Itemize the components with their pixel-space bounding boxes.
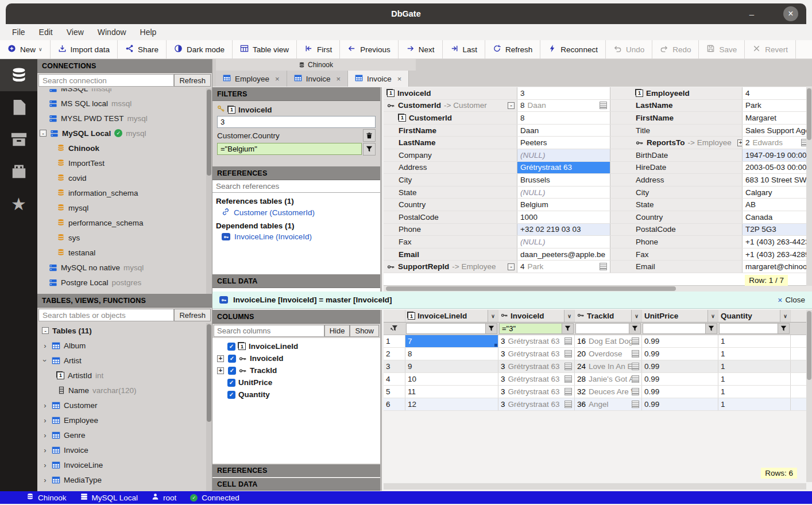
checkbox-checked-icon[interactable]: ✓ — [228, 355, 236, 363]
form-row[interactable]: 1 InvoiceId 3 — [384, 87, 610, 100]
chevron-icon[interactable]: › — [41, 358, 49, 364]
trackid-cell[interactable]: 24Love In An Elevator — [575, 360, 642, 372]
form-row[interactable]: 1 LastName Peeters — [384, 137, 610, 149]
table-item[interactable]: › 1 Album — [37, 338, 206, 353]
detail-icon[interactable] — [632, 350, 639, 358]
connection-item[interactable]: Postgre Local ✓ postgres — [37, 275, 206, 290]
expander-icon[interactable]: + — [217, 355, 224, 362]
detail-icon[interactable] — [600, 102, 607, 109]
form-row[interactable]: 1 Address Grétrystraat 63 — [384, 162, 610, 174]
detail-icon[interactable] — [632, 388, 639, 395]
table-item[interactable]: › 1 InvoiceLine — [37, 457, 206, 472]
field-label-cell[interactable]: 1 Fax — [610, 248, 743, 261]
trackid-cell[interactable]: 32Deuces Are Wild — [575, 386, 642, 398]
field-value-cell[interactable]: 1000 — [517, 211, 610, 223]
table-item[interactable]: › 1 Employee — [37, 413, 206, 428]
connection-item[interactable]: ImportTest ✓ — [37, 156, 206, 170]
chevron-icon[interactable]: › — [42, 416, 48, 425]
hide-columns-button[interactable]: Hide — [324, 325, 350, 337]
field-value-cell[interactable]: Park — [743, 100, 812, 112]
table-item[interactable]: › 1 Genre — [37, 428, 206, 442]
cell-data-header[interactable]: CELL DATA — [212, 274, 380, 288]
field-value-cell[interactable]: +1 (403) 263-4423 — [743, 236, 812, 248]
connections-refresh-button[interactable]: Refresh — [174, 74, 211, 87]
form-row[interactable]: 1 State AB — [610, 199, 812, 211]
detail-icon[interactable] — [632, 401, 639, 408]
form-row[interactable]: 1 Country Canada — [610, 211, 812, 224]
funnel-icon[interactable] — [778, 323, 790, 334]
invoiceid-cell[interactable]: 3Grétrystraat 63 — [498, 335, 575, 347]
invoicelineid-cell[interactable]: 8 — [405, 348, 498, 360]
expander-icon[interactable]: + — [217, 367, 224, 374]
field-label-cell[interactable]: 1 Company — [384, 149, 517, 161]
column-checkbox-item[interactable]: ✓ 1 InvoiceLineId — [215, 340, 378, 352]
trackid-cell[interactable]: 20Overdose — [575, 348, 642, 360]
field-label-cell[interactable]: 1 PostalCode — [384, 211, 517, 223]
form-row[interactable]: 1 Fax +1 (403) 263-4289 — [610, 248, 812, 261]
field-value-cell[interactable]: Belgium — [517, 199, 610, 211]
form-row[interactable]: 1 Fax (NULL) — [384, 236, 610, 248]
table-tab[interactable]: Invoice × — [348, 71, 409, 87]
row-number-cell[interactable]: 5 — [384, 386, 405, 398]
funnel-icon[interactable] — [486, 323, 497, 334]
column-header-invoicelineid[interactable]: 1 InvoiceLineId ∨ — [405, 310, 498, 322]
form-row[interactable]: 1 EmployeeId 4 — [610, 87, 812, 100]
detail-icon[interactable] — [564, 401, 572, 408]
database-group-tab[interactable]: Chinook — [216, 59, 416, 71]
checkbox-checked-icon[interactable]: ✓ — [228, 367, 236, 375]
filter-funnel-icon[interactable] — [363, 143, 376, 156]
row-number-cell[interactable]: 1 — [384, 335, 405, 347]
revert-button[interactable]: Revert — [745, 40, 796, 59]
references-header[interactable]: REFERENCES — [212, 166, 380, 180]
status-database[interactable]: Chinook — [26, 493, 67, 502]
grid-horizontal-scrollbar[interactable] — [384, 483, 806, 490]
close-tab-icon[interactable]: × — [397, 75, 402, 83]
invoiceid-cell[interactable]: 3Grétrystraat 63 — [498, 398, 575, 410]
detail-icon[interactable] — [564, 350, 572, 358]
field-value-cell[interactable]: Daan — [517, 125, 610, 137]
reference-link-customer[interactable]: Customer (CustomerId) — [222, 208, 377, 217]
form-row[interactable]: 1 SupportRepId -> Employee - 4Park — [384, 261, 610, 273]
status-server[interactable]: MySQL Local — [80, 493, 138, 502]
field-label-cell[interactable]: 1 State — [384, 187, 517, 199]
search-columns-input[interactable] — [214, 325, 324, 337]
menu-help[interactable]: Help — [134, 26, 163, 38]
column-menu-icon[interactable]: ∨ — [631, 310, 641, 322]
field-value-cell[interactable]: 3 — [517, 87, 610, 99]
quantity-cell[interactable]: 1 — [718, 386, 791, 398]
refresh-button[interactable]: Refresh — [485, 40, 540, 59]
unitprice-cell[interactable]: 0.99 — [642, 386, 718, 398]
invoicelineid-cell[interactable]: 7 — [405, 335, 498, 347]
field-value-cell[interactable]: margaret@chinookcorp.com — [743, 261, 812, 273]
quantity-cell[interactable]: 1 — [718, 398, 791, 410]
connection-item[interactable]: mysql ✓ — [37, 200, 206, 215]
menu-window[interactable]: Window — [91, 26, 133, 38]
field-label-cell[interactable]: 1 HireDate — [610, 162, 743, 174]
field-value-cell[interactable]: T2P 5G3 — [743, 224, 812, 236]
new-button[interactable]: New∨ — [0, 40, 51, 59]
column-menu-icon[interactable]: ∨ — [707, 310, 718, 322]
share-button[interactable]: Share — [118, 40, 167, 59]
menu-view[interactable]: View — [60, 26, 90, 38]
field-value-cell[interactable]: +1 (403) 263-4289 — [743, 248, 812, 261]
status-connected[interactable]: ✓ Connected — [190, 494, 239, 502]
table-tab[interactable]: Employee × — [216, 71, 287, 87]
row-number-cell[interactable]: 4 — [384, 373, 405, 385]
files-nav-icon[interactable] — [0, 91, 37, 123]
field-value-cell[interactable]: Canada — [743, 211, 812, 223]
field-label-cell[interactable]: 1 Address — [384, 162, 517, 174]
reference-link-invoiceline[interactable]: InvoiceLine (InvoiceId) — [222, 232, 377, 241]
table-view-button[interactable]: Table view — [233, 40, 297, 59]
favorites-nav-icon[interactable]: ★ — [0, 188, 37, 220]
row-number-cell[interactable]: 2 — [384, 348, 405, 360]
chevron-icon[interactable]: › — [42, 446, 48, 454]
row-number-cell[interactable]: 3 — [384, 360, 405, 372]
field-label-cell[interactable]: 1 CustomerId -> Customer - — [384, 100, 517, 112]
form-row[interactable]: 1 LastName Park — [610, 100, 812, 112]
field-value-cell[interactable]: Peeters — [517, 137, 610, 149]
column-menu-icon[interactable]: ∨ — [488, 310, 498, 322]
connection-item[interactable]: performance_schema ✓ — [37, 215, 206, 230]
checkbox-checked-icon[interactable]: ✓ — [227, 379, 235, 387]
chevron-icon[interactable]: › — [42, 461, 48, 469]
status-user[interactable]: root — [152, 493, 176, 502]
